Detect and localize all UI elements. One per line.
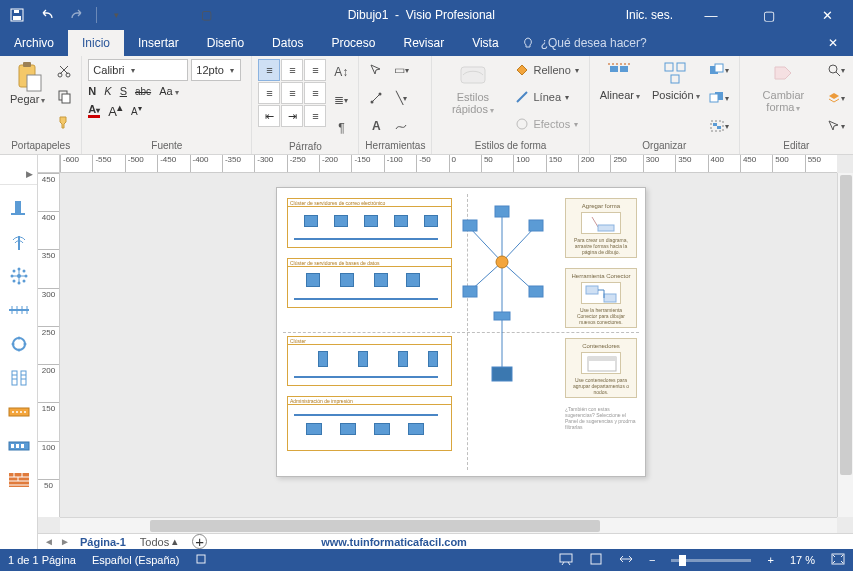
- tab-view[interactable]: Vista: [458, 30, 512, 56]
- connector-tool-icon[interactable]: [365, 87, 387, 109]
- svg-point-37: [12, 270, 15, 273]
- text-tool-icon[interactable]: A: [365, 115, 387, 137]
- cut-icon[interactable]: [53, 59, 75, 81]
- position-button[interactable]: Posición: [648, 59, 704, 103]
- vertical-scrollbar[interactable]: [837, 173, 853, 517]
- maximize-button[interactable]: ▢: [749, 8, 789, 23]
- customize-qat-icon[interactable]: ▾: [105, 4, 127, 26]
- drawing-workarea[interactable]: -600-550-500-450-400-350-300-250-200-150…: [38, 155, 853, 549]
- rectangle-tool-icon[interactable]: ▭▾: [390, 59, 412, 81]
- minimize-button[interactable]: —: [691, 8, 731, 23]
- tell-me-search[interactable]: ¿Qué desea hacer?: [521, 30, 813, 56]
- stencil-ethernet-icon[interactable]: [7, 299, 31, 321]
- status-bar: 1 de 1 Página Español (España) − + 17 %: [0, 549, 853, 571]
- stencil-ring-icon[interactable]: [7, 333, 31, 355]
- language-status[interactable]: Español (España): [92, 554, 179, 566]
- touch-mode-icon[interactable]: ▢: [195, 4, 217, 26]
- svg-rect-88: [495, 206, 509, 217]
- zoom-level[interactable]: 17 %: [790, 554, 815, 566]
- page-tab-1[interactable]: Página-1: [80, 536, 126, 548]
- close-button[interactable]: ✕: [807, 8, 847, 23]
- macro-record-icon[interactable]: [195, 553, 207, 567]
- font-size-combo[interactable]: 12pto▾: [191, 59, 241, 81]
- svg-point-53: [17, 349, 20, 352]
- italic-button[interactable]: K: [104, 85, 111, 97]
- spacing-button[interactable]: ¶: [330, 117, 352, 139]
- tab-design[interactable]: Diseño: [193, 30, 258, 56]
- shrink-font-button[interactable]: A▾: [131, 103, 142, 117]
- font-name-combo[interactable]: Calibri▾: [88, 59, 188, 81]
- font-color-button[interactable]: A▾: [88, 103, 100, 118]
- stencil-wireless-icon[interactable]: [7, 231, 31, 253]
- svg-rect-67: [11, 444, 14, 448]
- drawing-page[interactable]: Clúster de servidores de correo electrón…: [276, 187, 646, 477]
- stencil-rack-icon[interactable]: [7, 367, 31, 389]
- presentation-mode-icon[interactable]: [559, 553, 573, 567]
- group-clipboard: Pegar Portapapeles: [0, 56, 82, 154]
- effects-button[interactable]: Efectos▾: [511, 113, 582, 135]
- tab-insert[interactable]: Insertar: [124, 30, 193, 56]
- cluster-mail[interactable]: Clúster de servidores de correo electrón…: [287, 198, 452, 248]
- new-page-button[interactable]: +: [192, 534, 207, 549]
- horizontal-scrollbar[interactable]: [60, 517, 837, 533]
- cluster-generic[interactable]: Clúster: [287, 336, 452, 386]
- stencil-firewall-icon[interactable]: [7, 469, 31, 491]
- format-painter-icon[interactable]: [53, 111, 75, 133]
- line-tool-icon[interactable]: ╲▾: [390, 87, 412, 109]
- alignment-grid[interactable]: ≡≡≡ ≡≡≡ ⇤⇥≡: [258, 59, 326, 127]
- quick-styles-button[interactable]: Estilos rápidos: [438, 59, 507, 117]
- underline-button[interactable]: S: [120, 85, 127, 97]
- fit-width-icon[interactable]: [619, 553, 633, 567]
- stencil-star-network-icon[interactable]: [7, 265, 31, 287]
- strike-button[interactable]: abc: [135, 86, 151, 97]
- copy-icon[interactable]: [53, 85, 75, 107]
- find-icon[interactable]: ▾: [825, 59, 847, 81]
- signin-link[interactable]: Inic. ses.: [626, 8, 673, 22]
- shapes-pane-expand[interactable]: ▶: [0, 163, 37, 185]
- pointer-tool-icon[interactable]: [365, 59, 387, 81]
- tab-nav-prev[interactable]: ◄: [44, 536, 54, 547]
- tab-home[interactable]: Inicio: [68, 30, 124, 56]
- fit-page-icon[interactable]: [589, 553, 603, 567]
- svg-rect-55: [12, 371, 17, 385]
- orientation-button[interactable]: A↕: [330, 61, 352, 83]
- save-icon[interactable]: [6, 4, 28, 26]
- tab-review[interactable]: Revisar: [389, 30, 458, 56]
- network-topology[interactable]: [457, 192, 567, 392]
- freeform-tool-icon[interactable]: [390, 115, 412, 137]
- stencil-server-icon[interactable]: [7, 197, 31, 219]
- ruler-corner: [38, 155, 60, 173]
- zoom-in-button[interactable]: +: [767, 554, 773, 566]
- cluster-print[interactable]: Administración de impresión: [287, 396, 452, 451]
- align-button[interactable]: Alinear: [596, 59, 644, 103]
- all-pages-button[interactable]: Todos ▴: [140, 535, 178, 548]
- bullets-button[interactable]: ≣▾: [330, 89, 352, 111]
- send-back-icon[interactable]: ▾: [708, 87, 730, 109]
- bold-button[interactable]: N: [88, 85, 96, 97]
- tab-data[interactable]: Datos: [258, 30, 317, 56]
- fill-button[interactable]: Relleno▾: [511, 59, 582, 81]
- fit-window-icon[interactable]: [831, 553, 845, 567]
- stencil-switch-icon[interactable]: [7, 435, 31, 457]
- layers-icon[interactable]: ▾: [825, 87, 847, 109]
- lightbulb-icon: [521, 36, 535, 50]
- grow-font-button[interactable]: A▴: [108, 101, 123, 119]
- paste-button[interactable]: Pegar: [6, 59, 49, 107]
- line-button[interactable]: Línea▾: [511, 86, 582, 108]
- tab-nav-next[interactable]: ►: [60, 536, 70, 547]
- zoom-slider[interactable]: [671, 559, 751, 562]
- tab-file[interactable]: Archivo: [0, 30, 68, 56]
- redo-icon[interactable]: [66, 4, 88, 26]
- collapse-ribbon-button[interactable]: ✕: [813, 30, 853, 56]
- zoom-out-button[interactable]: −: [649, 554, 655, 566]
- stencil-patch-icon[interactable]: [7, 401, 31, 423]
- tip-add-shape: Agregar forma Para crear un diagrama, ar…: [565, 198, 637, 258]
- tab-process[interactable]: Proceso: [317, 30, 389, 56]
- select-icon[interactable]: ▾: [825, 115, 847, 137]
- cluster-db[interactable]: Clúster de servidores de bases de datos: [287, 258, 452, 308]
- undo-icon[interactable]: [36, 4, 58, 26]
- change-shape-button[interactable]: Cambiar forma: [746, 59, 821, 115]
- change-case-button[interactable]: Aa: [159, 85, 178, 97]
- bring-front-icon[interactable]: ▾: [708, 59, 730, 81]
- group-icon[interactable]: ▾: [708, 115, 730, 137]
